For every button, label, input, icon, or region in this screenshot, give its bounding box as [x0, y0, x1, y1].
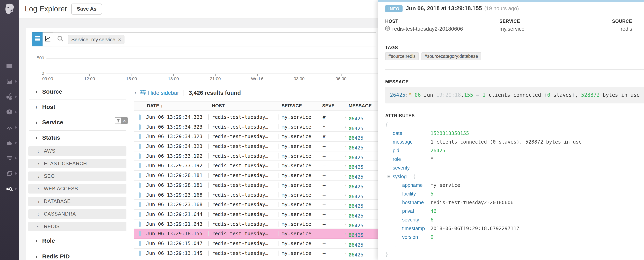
nav-item-infrastructure[interactable] — [0, 89, 19, 104]
nav-item-logs-active[interactable] — [0, 181, 19, 196]
cell-service: my.service — [282, 163, 311, 169]
hide-sidebar-label: Hide sidebar — [148, 90, 179, 96]
source-value[interactable]: redis — [620, 26, 632, 32]
facet-service[interactable]: ›Service× — [36, 118, 128, 126]
nav-item-monitors[interactable] — [0, 104, 19, 120]
column-header-date[interactable]: DATE ↓ — [147, 103, 163, 108]
column-header-message[interactable]: MESSAGE — [348, 103, 372, 108]
divider — [278, 163, 278, 168]
divider — [208, 114, 209, 120]
facet-group-elasticsearch[interactable]: ›ELASTICSEARCH — [28, 159, 126, 168]
x-axis-tick-label: Wed 6 — [251, 76, 263, 81]
x-axis-tick-mark — [132, 74, 132, 76]
chevron-right-icon — [15, 95, 17, 98]
attribute-row: appnamemy.service — [385, 181, 642, 190]
divider — [278, 134, 278, 139]
hide-sidebar-link[interactable]: Hide sidebar — [140, 90, 179, 96]
attribute-brace-row: } — [385, 242, 642, 250]
chevron-right-icon — [15, 111, 17, 113]
collapse-sidebar-chevron-icon[interactable]: ‹ — [134, 89, 136, 97]
attribute-key: appname — [402, 181, 423, 190]
nav-item-integrations[interactable] — [0, 135, 19, 150]
events-list-icon — [6, 62, 13, 69]
list-view-toggle[interactable] — [32, 32, 42, 46]
nav-item-dashboards[interactable] — [0, 120, 19, 135]
chevron-right-icon: › — [38, 186, 40, 191]
facet-group-web-access[interactable]: ›WEB ACCESS — [28, 184, 126, 194]
graph-view-icon — [45, 36, 50, 43]
tag-chip[interactable]: #source:redis — [385, 52, 419, 60]
tags-label: TAGS — [385, 45, 398, 50]
datadog-logo-icon[interactable] — [0, 0, 19, 19]
nav-item-notebooks[interactable] — [0, 166, 19, 181]
cell-service: my.service — [282, 192, 311, 198]
severity-indicator-bar — [139, 231, 140, 237]
list-view-icon — [34, 36, 40, 43]
search-input[interactable]: Service: my.service × — [53, 32, 376, 46]
nav-item-apm[interactable] — [0, 150, 19, 166]
graph-view-toggle[interactable] — [42, 32, 53, 46]
x-axis-tick-label: 18:00 — [168, 76, 179, 81]
expand-chevron-icon: › — [344, 182, 347, 188]
facet-group-label: AWS — [44, 148, 55, 154]
metrics-icon — [6, 78, 13, 85]
divider — [317, 241, 317, 246]
x-axis-tick-label: 21:00 — [210, 76, 221, 81]
infrastructure-icon — [6, 93, 13, 100]
column-header-host[interactable]: HOST — [212, 103, 225, 108]
expand-chevron-icon: › — [344, 143, 347, 149]
save-as-button[interactable]: Save As — [71, 3, 102, 14]
divider — [278, 202, 278, 207]
chevron-right-icon — [15, 126, 17, 128]
service-value[interactable]: my.service — [500, 26, 524, 32]
facet-group-seo[interactable]: ›SEO — [28, 172, 126, 181]
cell-date: Jun 06 13:29:28.181 — [146, 172, 202, 178]
divider — [317, 153, 317, 159]
log-timestamp: Jun 06, 2018 at 13:29:18.155(19 hours ag… — [406, 5, 519, 11]
column-header-service[interactable]: SERVICE — [282, 103, 302, 108]
facet-role[interactable]: ›Role — [36, 237, 128, 244]
json-brace: { — [385, 120, 388, 129]
attribute-row: date1528313358155 — [385, 129, 642, 138]
column-header-seve[interactable]: SEVE… — [322, 103, 339, 108]
cell-service: my.service — [282, 250, 311, 256]
cell-date: Jun 06 13:29:23.168 — [146, 192, 202, 198]
facet-redis-pid[interactable]: ›Redis PID — [36, 252, 128, 260]
host-value[interactable]: redis-test-tuesday2-20180606 — [385, 25, 463, 32]
page-title: Log Explorer — [25, 5, 67, 13]
severity-indicator-bar — [139, 192, 140, 198]
nav-item-events[interactable] — [0, 58, 19, 74]
divider — [317, 231, 317, 236]
facet-status[interactable]: ›Status — [36, 133, 128, 141]
collapse-toggle-icon[interactable] — [387, 175, 390, 178]
tag-chip[interactable]: #sourcecategory:database — [422, 52, 481, 60]
cell-date: Jun 06 13:29:34.323 — [146, 124, 202, 130]
cell-service: my.service — [282, 211, 311, 217]
divider — [278, 241, 278, 246]
divider — [29, 115, 126, 115]
remove-filter-icon[interactable]: × — [118, 36, 121, 42]
host-hexagon-icon — [385, 25, 390, 32]
attribute-key: message — [393, 138, 412, 146]
attribute-row: version0 — [385, 233, 642, 242]
attribute-key: severity — [402, 216, 419, 224]
facet-group-database[interactable]: ›DATABASE — [28, 197, 126, 206]
facet-source[interactable]: ›Source — [36, 87, 128, 95]
facet-group-redis[interactable]: ›REDIS — [28, 222, 126, 231]
facet-group-aws[interactable]: ›AWS — [28, 146, 126, 156]
x-axis-tick-label: 06:00 — [336, 76, 346, 81]
remove-facet-filter-icon[interactable]: × — [121, 117, 128, 124]
cell-severity: – — [322, 163, 326, 169]
y-axis-tick-0: 0 — [33, 71, 44, 75]
expand-chevron-icon: › — [344, 134, 347, 139]
facet-group-cassandra[interactable]: ›CASSANDRA — [28, 209, 126, 219]
divider — [385, 69, 644, 70]
facet-host[interactable]: ›Host — [36, 103, 128, 111]
filter-funnel-icon[interactable] — [114, 117, 121, 124]
nav-item-metrics[interactable] — [0, 74, 19, 89]
attribute-key: date — [393, 129, 402, 138]
cell-service: my.service — [282, 231, 311, 237]
chevron-down-icon: › — [36, 226, 41, 228]
search-filter-chip[interactable]: Service: my.service × — [68, 35, 125, 44]
log-detail-panel: INFO Jun 06, 2018 at 13:29:18.155(19 hou… — [378, 0, 644, 260]
